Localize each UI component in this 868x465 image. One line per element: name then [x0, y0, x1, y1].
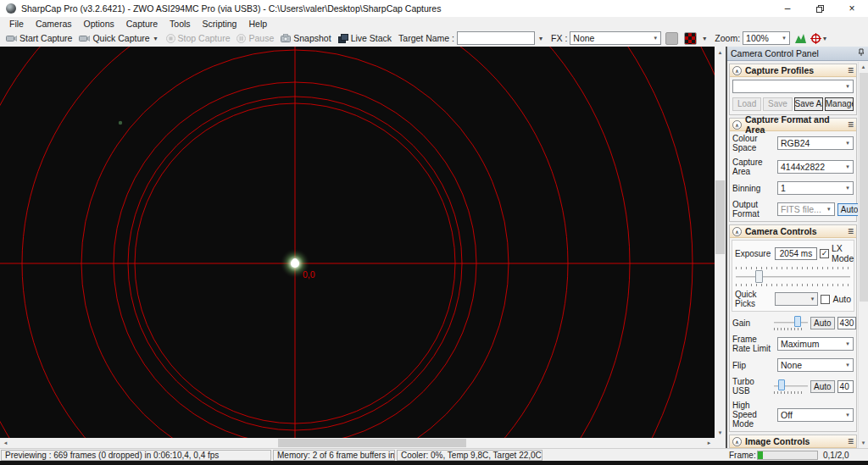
- high-speed-select[interactable]: Off ▾: [777, 408, 854, 422]
- section-header-capture-profiles[interactable]: ∧ Capture Profiles ≡: [730, 64, 856, 77]
- target-name-input[interactable]: [457, 31, 535, 45]
- frame-progress-bar: [757, 451, 818, 460]
- viewport-horizontal-scrollbar[interactable]: ◂ ▸: [0, 438, 715, 448]
- section-image-controls: ∧ Image Controls ≡ Brightness 78 White B…: [729, 435, 857, 448]
- section-header-capture-format[interactable]: ∧ Capture Format and Area ≡: [730, 119, 856, 131]
- capture-area-select[interactable]: 4144x2822 ▾: [777, 160, 854, 174]
- panel-scroll-thumb[interactable]: [860, 73, 868, 302]
- background-swatch-button[interactable]: [665, 32, 678, 45]
- turbo-usb-auto-button[interactable]: Auto: [810, 380, 835, 393]
- slider-thumb[interactable]: [778, 379, 785, 390]
- window-controls: – ×: [771, 0, 868, 17]
- exposure-label: Exposure: [735, 249, 772, 258]
- section-menu-icon[interactable]: ≡: [848, 225, 854, 237]
- high-speed-value: Off: [778, 410, 843, 420]
- fx-select[interactable]: None ▾: [570, 31, 661, 45]
- exposure-input[interactable]: 2054 ms: [775, 247, 817, 260]
- window-title: SharpCap Pro (v3.2.6421) - ZWO ASI294MC …: [21, 3, 441, 14]
- colour-space-row: Colour Space RGB24 ▾: [730, 131, 856, 155]
- gain-slider[interactable]: [774, 316, 808, 329]
- scroll-down-button[interactable]: ▾: [715, 427, 726, 438]
- colour-space-select[interactable]: RGB24 ▾: [777, 136, 854, 150]
- sky-background: [0, 47, 715, 438]
- section-menu-icon[interactable]: ≡: [848, 435, 854, 447]
- capture-area-label: Capture Area: [732, 158, 775, 176]
- slider-thumb[interactable]: [794, 316, 801, 327]
- chevron-down-icon[interactable]: ▾: [537, 35, 544, 42]
- menu-scripting[interactable]: Scripting: [197, 19, 243, 29]
- section-menu-icon[interactable]: ≡: [848, 119, 854, 130]
- pin-button[interactable]: [858, 48, 865, 58]
- scroll-left-button[interactable]: ◂: [0, 438, 11, 448]
- collapse-icon[interactable]: ∧: [732, 66, 742, 75]
- zoom-value: 100%: [743, 33, 779, 43]
- horizontal-scroll-thumb[interactable]: [278, 439, 466, 447]
- chevron-down-icon: ▾: [779, 35, 789, 42]
- section-capture-profiles: ∧ Capture Profiles ≡ ▾ Load Save Save As…: [729, 64, 857, 115]
- chevron-down-icon: ▾: [843, 185, 853, 191]
- chevron-down-icon[interactable]: ▾: [701, 35, 708, 42]
- output-format-auto-button[interactable]: Auto: [837, 203, 858, 216]
- minimize-button[interactable]: –: [771, 0, 804, 17]
- output-format-select[interactable]: FITS file... ▾: [777, 202, 835, 216]
- panel-title-bar: Camera Control Panel: [727, 47, 868, 61]
- gain-input[interactable]: 430: [837, 317, 857, 329]
- live-stack-button[interactable]: Live Stack: [335, 30, 395, 46]
- collapse-icon[interactable]: ∧: [732, 120, 742, 130]
- lx-mode-checkbox[interactable]: ✓: [820, 249, 829, 258]
- turbo-usb-slider[interactable]: [774, 379, 808, 393]
- menu-capture[interactable]: Capture: [120, 19, 164, 29]
- chevron-down-icon: ▾: [843, 340, 853, 347]
- menu-tools[interactable]: Tools: [164, 19, 197, 29]
- star-core-top: [292, 258, 298, 263]
- chevron-down-icon: ▾: [843, 83, 853, 90]
- pin-icon: [858, 48, 865, 57]
- quick-picks-auto-checkbox[interactable]: [821, 295, 830, 304]
- restore-button[interactable]: [804, 0, 836, 17]
- save-as-button[interactable]: Save As: [794, 97, 823, 111]
- binning-select[interactable]: 1 ▾: [777, 181, 854, 195]
- reticle-icon: [810, 33, 821, 44]
- reticle-button[interactable]: ▾: [809, 33, 830, 44]
- preview-viewport[interactable]: 0,0: [0, 47, 715, 438]
- histogram-button[interactable]: [793, 33, 809, 43]
- quick-picks-select[interactable]: ▾: [775, 292, 818, 306]
- section-menu-icon[interactable]: ≡: [848, 64, 854, 76]
- quick-capture-button[interactable]: Quick Capture ▾: [75, 30, 162, 46]
- slider-thumb[interactable]: [755, 270, 763, 283]
- colour-space-value: RGB24: [778, 138, 843, 148]
- flip-select[interactable]: None ▾: [777, 358, 854, 372]
- gain-auto-button[interactable]: Auto: [810, 317, 835, 329]
- menu-cameras[interactable]: Cameras: [30, 19, 78, 29]
- scroll-down-button[interactable]: ▾: [859, 438, 868, 448]
- exposure-slider[interactable]: [736, 270, 850, 283]
- chevron-down-icon[interactable]: ▾: [153, 35, 159, 42]
- viewport-vertical-scrollbar[interactable]: ▴ ▾: [715, 47, 726, 438]
- menu-options[interactable]: Options: [78, 19, 120, 29]
- collapse-icon[interactable]: ∧: [732, 437, 742, 446]
- camera-preview-image[interactable]: 0,0: [0, 47, 715, 438]
- close-button[interactable]: ×: [836, 0, 868, 17]
- section-header-camera-controls[interactable]: ∧ Camera Controls ≡: [730, 225, 856, 238]
- vertical-scroll-thumb[interactable]: [715, 180, 725, 254]
- menu-help[interactable]: Help: [242, 19, 273, 29]
- bayer-pattern-swatch-button[interactable]: [684, 32, 697, 45]
- collapse-icon[interactable]: ∧: [732, 227, 742, 236]
- scroll-up-button[interactable]: ▴: [859, 62, 868, 72]
- zoom-select[interactable]: 100% ▾: [743, 31, 790, 45]
- turbo-usb-input[interactable]: 40: [837, 380, 854, 393]
- quick-picks-row: Quick Picks ▾ Auto: [732, 287, 854, 311]
- profile-select[interactable]: ▾: [732, 80, 854, 93]
- panel-scrollbar[interactable]: ▴ ▾: [858, 62, 868, 448]
- chevron-down-icon[interactable]: ▾: [821, 35, 828, 42]
- section-header-image-controls[interactable]: ∧ Image Controls ≡: [730, 435, 856, 448]
- snapshot-button[interactable]: Snapshot: [277, 30, 334, 46]
- fx-value: None: [570, 33, 650, 43]
- scroll-right-button[interactable]: ▸: [704, 438, 715, 448]
- start-capture-button[interactable]: Start Capture: [3, 30, 75, 46]
- slider-track: [736, 276, 850, 278]
- manage-button[interactable]: Manage: [825, 97, 854, 111]
- scroll-up-button[interactable]: ▴: [715, 47, 726, 58]
- menu-file[interactable]: File: [3, 19, 30, 29]
- frame-rate-select[interactable]: Maximum ▾: [777, 337, 854, 351]
